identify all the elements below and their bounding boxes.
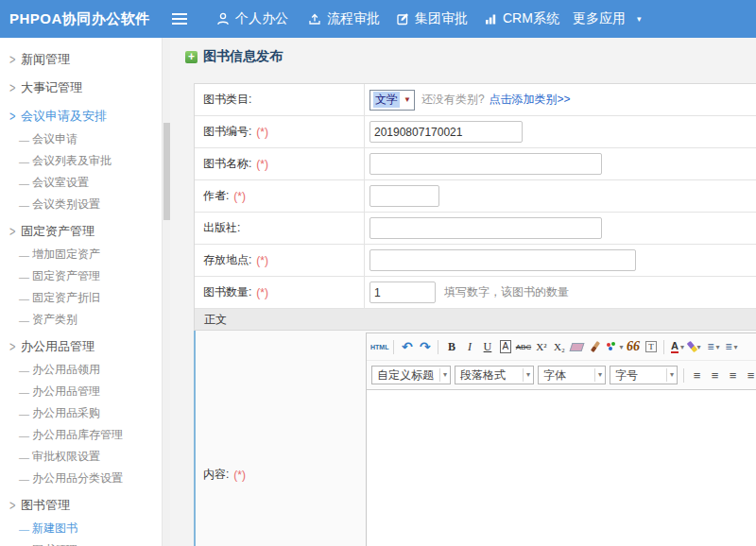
dash-icon: — xyxy=(19,249,32,261)
sidebar-group-news-management[interactable]: >新闻管理 xyxy=(0,47,170,72)
justify-icon[interactable]: ≡ xyxy=(743,367,756,384)
toolbar-separator xyxy=(438,340,438,354)
sidebar-group-meeting-application[interactable]: >会议申请及安排 xyxy=(0,104,170,128)
sidebar-item-supplies-claim[interactable]: —办公用品领用 xyxy=(0,359,170,381)
caret-down-icon: ▾ xyxy=(439,368,447,382)
sidebar-item-label: 固定资产管理 xyxy=(32,268,100,284)
sidebar-item-label: 办公用品库存管理 xyxy=(32,427,123,443)
ordered-list-icon[interactable]: ≡▾ xyxy=(705,338,721,356)
sidebar-item-supplies-inventory[interactable]: —办公用品库存管理 xyxy=(0,424,170,446)
caret-down-icon: ▾ xyxy=(733,343,737,351)
chevron-right-icon: > xyxy=(9,339,21,354)
strikethrough-icon[interactable]: ABC xyxy=(515,338,531,356)
nav-label: 集团审批 xyxy=(415,10,468,27)
sidebar-item-meeting-list-approval[interactable]: —会议列表及审批 xyxy=(0,150,170,172)
sidebar-item-add-fixed-asset[interactable]: —增加固定资产 xyxy=(0,244,170,265)
book-number-input[interactable] xyxy=(369,121,523,143)
format-brush-icon[interactable] xyxy=(587,338,603,356)
editor-toolbar-row1: HTML ↶ ↷ B I U A ABC X² X₂ ▾ xyxy=(367,333,756,361)
subscript-icon[interactable]: X₂ xyxy=(551,338,567,356)
publisher-input[interactable] xyxy=(369,217,602,239)
main-content: + 图书信息发布 图书类目: 文学 ▼ 还没有类别? 点击添加类别>> 图书编号… xyxy=(170,38,756,546)
sidebar-item-meeting-room-settings[interactable]: —会议室设置 xyxy=(0,172,170,194)
nav-group-approval[interactable]: 集团审批 xyxy=(395,10,468,27)
sidebar-item-label: 办公用品采购 xyxy=(32,405,100,421)
body-section-header: 正文 xyxy=(195,309,756,331)
font-size-select[interactable]: 字号▾ xyxy=(610,366,678,384)
eraser-icon[interactable] xyxy=(569,338,585,356)
underline-icon[interactable]: U xyxy=(479,338,495,356)
topbar: PHPOA协同办公软件 个人办公 流程审批 集团审批 CRM系统 更多应用 ▾ xyxy=(0,0,756,38)
sidebar-item-fixed-asset-management[interactable]: —固定资产管理 xyxy=(0,265,170,287)
color-palette-icon[interactable]: ▾ xyxy=(605,338,623,356)
quantity-label: 图书数量:(*) xyxy=(195,277,365,308)
highlight-marker-icon[interactable]: ▾ xyxy=(687,338,703,356)
bold-icon[interactable]: B xyxy=(443,338,459,356)
sidebar-scrollbar-thumb[interactable] xyxy=(163,123,170,220)
richtext-editor: HTML ↶ ↷ B I U A ABC X² X₂ ▾ xyxy=(366,333,756,546)
add-category-link[interactable]: 点击添加类别>> xyxy=(490,92,571,108)
sidebar-item-supplies-purchase[interactable]: —办公用品采购 xyxy=(0,402,170,424)
nav-workflow-approval[interactable]: 流程审批 xyxy=(307,10,380,27)
book-name-input[interactable] xyxy=(369,153,602,175)
form-row-author: 作者:(*) xyxy=(195,180,756,213)
sidebar-group-memorabilia-management[interactable]: >大事记管理 xyxy=(0,76,170,100)
sidebar-item-supplies-category-settings[interactable]: —办公用品分类设置 xyxy=(0,468,170,489)
redo-icon[interactable]: ↷ xyxy=(417,338,433,356)
blockquote-icon[interactable]: 66 xyxy=(625,338,641,356)
author-label: 作者:(*) xyxy=(195,180,365,212)
paste-as-text-icon[interactable]: T xyxy=(643,338,659,356)
custom-title-select[interactable]: 自定义标题▾ xyxy=(371,366,451,384)
caret-down-icon[interactable]: ▾ xyxy=(637,14,642,24)
location-input[interactable] xyxy=(369,249,636,271)
sidebar-item-asset-category[interactable]: —资产类别 xyxy=(0,309,170,331)
caret-down-icon: ▾ xyxy=(619,343,623,351)
italic-icon[interactable]: I xyxy=(461,338,477,356)
sidebar-item-new-book[interactable]: —新建图书 xyxy=(0,518,170,539)
chevron-right-icon: > xyxy=(9,52,21,67)
crm-chart-icon xyxy=(483,11,498,26)
toolbar-separator xyxy=(663,340,664,354)
page-title: + 图书信息发布 xyxy=(185,48,283,65)
unordered-list-icon[interactable]: ≡▾ xyxy=(723,338,739,356)
paragraph-format-select[interactable]: 段落格式▾ xyxy=(455,366,534,384)
sidebar-item-book-management[interactable]: —图书管理 xyxy=(0,539,170,546)
superscript-icon[interactable]: X² xyxy=(533,338,549,356)
sidebar-item-meeting-apply[interactable]: —会议申请 xyxy=(0,128,170,150)
no-category-hint: 还没有类别? xyxy=(421,92,485,108)
sidebar-group-fixed-assets[interactable]: >固定资产管理 xyxy=(0,219,170,244)
author-input[interactable] xyxy=(369,185,439,207)
sidebar-item-fixed-asset-depreciation[interactable]: —固定资产折旧 xyxy=(0,287,170,309)
nav-crm-system[interactable]: CRM系统 xyxy=(483,10,559,27)
nav-more-apps[interactable]: 更多应用 xyxy=(573,10,626,27)
category-select[interactable]: 文学 ▼ xyxy=(369,90,415,111)
quantity-input[interactable] xyxy=(369,282,436,303)
dash-icon: — xyxy=(19,365,32,376)
sidebar-group-book-management[interactable]: >图书管理 xyxy=(0,493,170,518)
sidebar-group-office-supplies[interactable]: >办公用品管理 xyxy=(0,334,170,359)
editor-content-area[interactable] xyxy=(367,390,756,546)
font-family-select[interactable]: 字体▾ xyxy=(538,366,606,384)
align-left-icon[interactable]: ≡ xyxy=(689,367,705,384)
nav-label: CRM系统 xyxy=(503,10,559,27)
hamburger-icon[interactable] xyxy=(172,13,187,15)
html-source-icon[interactable]: HTML xyxy=(370,338,388,356)
category-label: 图书类目: xyxy=(195,84,365,115)
caret-down-icon: ▾ xyxy=(715,343,719,351)
publisher-label: 出版社: xyxy=(195,213,365,244)
form-row-publisher: 出版社: xyxy=(195,213,756,245)
undo-icon[interactable]: ↶ xyxy=(399,338,415,356)
align-center-icon[interactable]: ≡ xyxy=(707,367,723,384)
add-plus-icon: + xyxy=(185,51,198,63)
sidebar-item-supplies-management[interactable]: —办公用品管理 xyxy=(0,381,170,402)
align-right-icon[interactable]: ≡ xyxy=(725,367,741,384)
dash-icon: — xyxy=(19,430,32,441)
char-border-icon[interactable]: A xyxy=(497,338,513,356)
sidebar-item-approval-permission-settings[interactable]: —审批权限设置 xyxy=(0,446,170,468)
chevron-right-icon: > xyxy=(9,498,21,513)
nav-personal-office[interactable]: 个人办公 xyxy=(215,10,288,27)
sidebar-scrollbar-track xyxy=(162,38,170,546)
sidebar-item-meeting-category-settings[interactable]: —会议类别设置 xyxy=(0,194,170,215)
sidebar-group-label: 办公用品管理 xyxy=(21,338,94,355)
font-color-icon[interactable]: A▾ xyxy=(669,338,685,356)
